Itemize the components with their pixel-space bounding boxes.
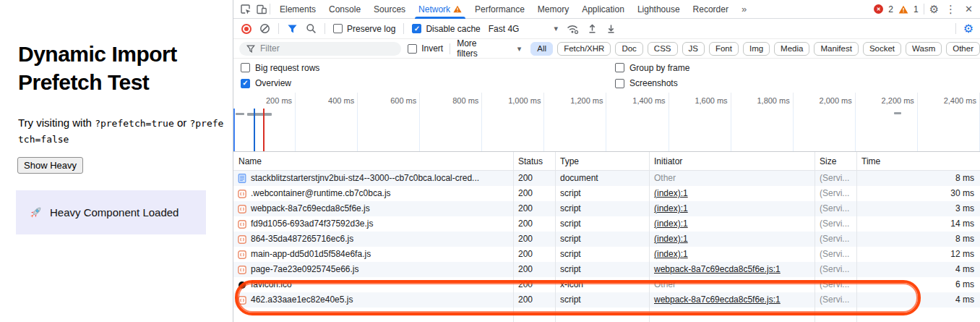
checkbox[interactable] bbox=[412, 24, 421, 33]
column-divider[interactable] bbox=[856, 152, 857, 322]
more-tabs-button[interactable]: » bbox=[735, 4, 753, 14]
filter-chip-socket[interactable]: Socket bbox=[863, 42, 901, 56]
checkbox[interactable] bbox=[241, 79, 250, 88]
column-header-time[interactable]: Time bbox=[856, 152, 980, 170]
import-har-icon[interactable] bbox=[587, 23, 598, 34]
column-header-status[interactable]: Status bbox=[513, 152, 555, 170]
column-header-size[interactable]: Size bbox=[814, 152, 856, 170]
column-divider[interactable] bbox=[814, 152, 815, 322]
table-row[interactable]: page-7ae23e0925745e66.js200scriptwebpack… bbox=[233, 262, 980, 277]
tab-performance[interactable]: Performance bbox=[468, 0, 531, 19]
timeline-tick: 1,400 ms bbox=[606, 93, 669, 109]
filter-chip-img[interactable]: Img bbox=[743, 42, 770, 56]
checkbox[interactable] bbox=[615, 63, 624, 72]
tab-sources[interactable]: Sources bbox=[367, 0, 412, 19]
type-cell: script bbox=[555, 247, 649, 262]
tab-elements[interactable]: Elements bbox=[273, 0, 322, 19]
screenshots-checkbox[interactable]: Screenshots bbox=[615, 78, 980, 88]
tab-network[interactable]: Network bbox=[412, 0, 468, 19]
timeline-tick: 1,600 ms bbox=[669, 93, 731, 109]
column-divider[interactable] bbox=[649, 152, 650, 322]
checkbox[interactable] bbox=[333, 24, 343, 33]
column-divider[interactable] bbox=[513, 152, 514, 322]
filter-chip-other[interactable]: Other bbox=[946, 42, 980, 56]
table-row[interactable]: favicon.ico200x-iconOther(Servi...6 ms bbox=[233, 277, 980, 292]
web-page-pane: Dynamic Import Prefetch Test Try visitin… bbox=[0, 0, 233, 322]
table-row[interactable]: stackblitzstarterstjnv2bui-stz4--3000--c… bbox=[233, 171, 980, 186]
table-row[interactable]: fd9d1056-693ad74f37592d3e.js200script(in… bbox=[233, 216, 980, 232]
kebab-menu-icon[interactable]: ⋮ bbox=[944, 3, 958, 16]
show-heavy-button[interactable]: Show Heavy bbox=[17, 157, 83, 174]
big-request-rows-checkbox[interactable]: Big request rows bbox=[241, 63, 615, 73]
load-event-marker bbox=[263, 109, 265, 151]
checkbox[interactable] bbox=[408, 44, 417, 54]
warning-count[interactable]: 1 bbox=[914, 4, 919, 14]
error-count[interactable]: 2 bbox=[888, 4, 893, 14]
export-har-icon[interactable] bbox=[606, 23, 616, 34]
table-row-highlighted[interactable]: 462.a33aae1ec82e40e5.js200scriptwebpack-… bbox=[233, 292, 980, 308]
divider bbox=[924, 4, 924, 14]
status-cell: 200 bbox=[513, 292, 555, 308]
size-cell: (Servi... bbox=[814, 186, 856, 201]
invert-checkbox[interactable]: Invert bbox=[408, 43, 443, 54]
filter-chip-doc[interactable]: Doc bbox=[615, 42, 642, 56]
overview-checkbox[interactable]: Overview bbox=[241, 78, 615, 88]
warning-icon[interactable] bbox=[898, 5, 908, 14]
column-header-type[interactable]: Type bbox=[555, 152, 649, 170]
divider bbox=[403, 23, 404, 34]
table-row[interactable]: .webcontainer@runtime.cb7c0bca.js200scri… bbox=[233, 186, 980, 201]
table-row[interactable]: 864-35da487265716ec6.js200script(index):… bbox=[233, 232, 980, 247]
error-icon[interactable] bbox=[874, 4, 883, 14]
timeline-ruler[interactable]: 200 ms400 ms600 ms800 ms1,000 ms1,200 ms… bbox=[233, 93, 980, 109]
filter-funnel-icon[interactable] bbox=[287, 24, 298, 34]
overview-left-handle[interactable] bbox=[233, 109, 235, 151]
tab-lighthouse[interactable]: Lighthouse bbox=[631, 0, 687, 19]
request-name: webpack-8a7c69ecda8c5f6e.js bbox=[251, 201, 370, 216]
search-icon[interactable] bbox=[306, 23, 317, 34]
checkbox[interactable] bbox=[615, 79, 624, 88]
overview-grid-cell bbox=[358, 109, 420, 151]
tab-recorder[interactable]: Recorder bbox=[687, 0, 735, 19]
more-filters-dropdown[interactable]: More filters ▾ bbox=[457, 38, 521, 59]
filter-chip-wasm[interactable]: Wasm bbox=[906, 42, 942, 56]
network-conditions-icon[interactable] bbox=[566, 23, 579, 34]
device-toolbar-icon[interactable] bbox=[254, 2, 270, 17]
tab-console[interactable]: Console bbox=[322, 0, 367, 19]
tab-application[interactable]: Application bbox=[575, 0, 631, 19]
size-cell: (Servi... bbox=[814, 201, 856, 216]
filter-chip-font[interactable]: Font bbox=[709, 42, 739, 56]
checkbox[interactable] bbox=[241, 63, 250, 72]
script-icon bbox=[238, 234, 246, 244]
inspect-element-icon[interactable] bbox=[238, 2, 254, 17]
network-settings-gear-icon[interactable]: ⚙ bbox=[963, 23, 973, 35]
preserve-log-checkbox[interactable]: Preserve log bbox=[333, 24, 395, 34]
request-name-cell: fd9d1056-693ad74f37592d3e.js bbox=[233, 216, 513, 232]
throttling-dropdown[interactable]: Fast 4G ▾ bbox=[489, 24, 558, 34]
clear-icon[interactable] bbox=[259, 23, 270, 34]
column-header-name[interactable]: Name bbox=[233, 152, 513, 170]
filter-chip-fetch-xhr[interactable]: Fetch/XHR bbox=[557, 42, 611, 56]
request-name: 462.a33aae1ec82e40e5.js bbox=[251, 292, 353, 308]
request-name-cell: page-7ae23e0925745e66.js bbox=[233, 262, 513, 277]
filter-chip-media[interactable]: Media bbox=[774, 42, 809, 56]
timeline-tick: 2,400 ms bbox=[918, 93, 980, 109]
table-row[interactable]: webpack-8a7c69ecda8c5f6e.js200script(ind… bbox=[233, 201, 980, 216]
filter-input[interactable]: Filter bbox=[239, 42, 401, 56]
filter-chip-js[interactable]: JS bbox=[682, 42, 705, 56]
close-icon[interactable]: ✕ bbox=[963, 4, 975, 14]
page-title: Dynamic Import Prefetch Test bbox=[18, 40, 224, 96]
network-overview[interactable] bbox=[233, 109, 980, 152]
disable-cache-checkbox[interactable]: Disable cache bbox=[412, 24, 480, 34]
record-button[interactable] bbox=[241, 24, 252, 34]
table-row[interactable]: main-app-dd5d01d5f584e6fa.js200script(in… bbox=[233, 247, 980, 262]
option-label: Big request rows bbox=[255, 63, 319, 73]
timeline-tick: 1,000 ms bbox=[482, 93, 544, 109]
filter-chip-css[interactable]: CSS bbox=[648, 42, 678, 56]
filter-chip-all[interactable]: All bbox=[530, 42, 553, 56]
tab-memory[interactable]: Memory bbox=[531, 0, 575, 19]
settings-gear-icon[interactable]: ⚙ bbox=[929, 4, 939, 14]
group-by-frame-checkbox[interactable]: Group by frame bbox=[615, 63, 980, 73]
column-header-initiator[interactable]: Initiator bbox=[649, 152, 814, 170]
column-divider[interactable] bbox=[555, 152, 556, 322]
filter-chip-manifest[interactable]: Manifest bbox=[814, 42, 858, 56]
